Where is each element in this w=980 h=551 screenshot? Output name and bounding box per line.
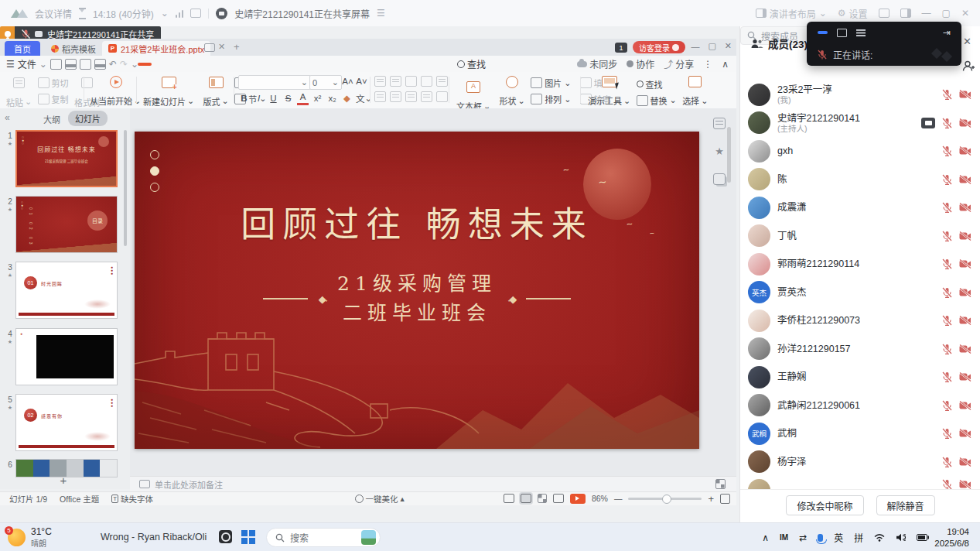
new-slide-button[interactable]: 新建幻灯片⌄ — [140, 75, 197, 109]
mic-muted-icon[interactable] — [942, 89, 952, 100]
meeting-timer[interactable]: 14:18 (40分钟) — [93, 7, 154, 20]
expand-panel-icon[interactable]: ⇥ — [943, 27, 951, 38]
slide-thumbnail-2[interactable]: ○●○ 01 02 03 目录 — [15, 196, 118, 253]
camera-off-icon[interactable] — [959, 203, 971, 212]
slide-thumbnail-5[interactable]: ●●● 02 感恩有你 — [15, 394, 118, 451]
fit-slide-icon[interactable] — [720, 494, 730, 504]
slide-thumbnail-4[interactable]: ● — [15, 328, 118, 385]
rename-button[interactable]: 修改会中昵称 — [786, 495, 863, 515]
insert-picture-button[interactable]: 图片⌄ — [531, 77, 571, 90]
camera-off-icon[interactable] — [959, 480, 971, 489]
decrease-font-icon[interactable]: A˅ — [356, 75, 367, 87]
side-panel-icon[interactable] — [900, 9, 911, 18]
export-icon[interactable] — [80, 59, 91, 70]
editor-scrollbar[interactable] — [727, 127, 731, 183]
mic-muted-icon[interactable] — [942, 258, 952, 269]
mic-muted-icon[interactable] — [942, 231, 952, 241]
print-icon[interactable] — [65, 59, 77, 70]
notes-placeholder[interactable]: 单击此处添加备注 — [155, 478, 223, 491]
sharing-menu-icon[interactable]: ☰ — [377, 8, 385, 19]
zoom-in-button[interactable]: + — [708, 493, 714, 505]
slide-thumbnail-1[interactable]: ○●○ 回顾过往 畅想未来 21级采购管理 二班毕业班会 — [15, 130, 118, 187]
tab-comment-icon[interactable] — [204, 43, 215, 53]
member-row[interactable] — [740, 476, 980, 489]
collaborate-button[interactable]: 协作 — [627, 57, 654, 70]
member-row[interactable]: 武桐 武桐 — [740, 419, 980, 448]
paste-button[interactable]: 粘贴⌄ — [3, 76, 35, 110]
camera-off-icon[interactable] — [959, 288, 971, 297]
comments-grid-icon[interactable] — [715, 479, 726, 489]
normal-view-icon[interactable] — [521, 494, 531, 503]
ribbon-tab[interactable] — [261, 63, 275, 66]
align-left-icon[interactable] — [374, 91, 386, 102]
mic-muted-icon[interactable] — [942, 287, 952, 298]
camera-off-icon[interactable] — [959, 175, 971, 184]
collapse-ribbon-icon[interactable]: ∧ — [722, 59, 729, 70]
member-row[interactable]: gxh — [740, 137, 980, 166]
mic-muted-icon[interactable] — [942, 479, 952, 489]
member-row[interactable]: 杨宇泽 — [740, 448, 980, 477]
mic-muted-icon[interactable] — [942, 202, 952, 213]
italic-button[interactable]: I — [253, 92, 265, 104]
camera-off-icon[interactable] — [959, 372, 971, 382]
member-row[interactable]: 郭雨萌2121290114 — [740, 250, 980, 279]
mic-muted-icon[interactable] — [942, 457, 952, 467]
menu-more-icon[interactable]: ⋮ — [703, 59, 712, 70]
object-properties-icon[interactable] — [713, 118, 726, 129]
add-member-icon[interactable] — [962, 60, 975, 74]
unmute-button[interactable]: 解除静音 — [876, 495, 935, 515]
preview-icon[interactable] — [94, 59, 106, 70]
camera-off-icon[interactable] — [959, 457, 971, 467]
strikethrough-button[interactable]: S — [282, 92, 294, 104]
tray-im-icon[interactable]: IM — [774, 533, 794, 542]
justify-icon[interactable] — [421, 91, 432, 102]
camera-off-icon[interactable] — [959, 118, 971, 128]
theme-name[interactable]: Office 主题 — [60, 493, 99, 505]
wps-restore-button[interactable]: ▢ — [708, 41, 715, 51]
notes-view-icon[interactable] — [504, 494, 514, 503]
member-row[interactable]: 李侨柱2121290073 — [740, 306, 980, 335]
camera-off-icon[interactable] — [959, 259, 971, 269]
camera-off-icon[interactable] — [959, 90, 971, 99]
camera-off-icon[interactable] — [959, 344, 971, 354]
slide-layout-button[interactable]: 版式⌄ — [200, 75, 232, 109]
ribbon-tab[interactable] — [169, 63, 183, 66]
tab-wps-home[interactable]: 首页 — [5, 41, 40, 56]
ribbon-tab[interactable] — [153, 63, 167, 66]
fullscreen-icon[interactable] — [879, 9, 890, 18]
replace-button[interactable]: 替换⌄ — [637, 94, 677, 107]
slide-canvas[interactable]: ~ ~ ~ ~ 回顾过往 畅想未来 ◆˖ 21级采购管理二班毕业班会 ˖◆ — [135, 132, 699, 449]
copy-button[interactable]: 复制 — [38, 92, 69, 105]
zoom-out-button[interactable]: — — [614, 494, 623, 503]
sync-status-button[interactable]: 未同步 — [577, 57, 617, 70]
window-close-button[interactable]: ✕ — [961, 8, 969, 19]
superscript-button[interactable]: x² — [312, 92, 323, 104]
taskbar-clock[interactable]: 19:04 2025/6/8 — [934, 526, 974, 549]
meeting-detail-label[interactable]: 会议详情 — [35, 7, 72, 20]
thumbnail-scrollbar[interactable] — [124, 130, 127, 246]
align-right-icon[interactable] — [405, 91, 417, 102]
ribbon-tab[interactable] — [184, 63, 198, 66]
animation-pane-icon[interactable]: ★ — [715, 145, 724, 157]
zoom-slider-knob[interactable] — [662, 495, 671, 504]
wps-minimize-button[interactable]: — — [691, 42, 699, 51]
member-row[interactable]: 王静娴 — [740, 363, 980, 392]
mic-muted-icon[interactable] — [942, 344, 952, 354]
ime-english-indicator[interactable]: 英 — [828, 531, 849, 544]
notification-badge[interactable]: 1 — [615, 43, 627, 53]
tray-transfer-icon[interactable]: ⇄ — [794, 532, 812, 543]
bold-button[interactable]: B — [238, 92, 250, 104]
font-color-button[interactable]: A — [297, 91, 309, 105]
cut-button[interactable]: 剪切 — [38, 76, 69, 89]
battery-icon[interactable] — [911, 534, 934, 541]
new-tab-button[interactable]: + — [234, 41, 240, 53]
shapes-button[interactable]: 形状⌄ — [497, 74, 528, 108]
member-row[interactable]: 23采2平一淳 (我) — [740, 80, 980, 109]
mic-muted-icon[interactable] — [942, 118, 952, 128]
outline-tab[interactable]: 大纲 — [43, 113, 60, 125]
music-app-icon[interactable] — [219, 530, 232, 543]
save-icon[interactable] — [50, 59, 62, 70]
slide-title[interactable]: 回顾过往 畅想未来 — [135, 197, 699, 247]
share-external-icon[interactable] — [190, 9, 201, 18]
mic-muted-icon[interactable] — [942, 428, 952, 439]
